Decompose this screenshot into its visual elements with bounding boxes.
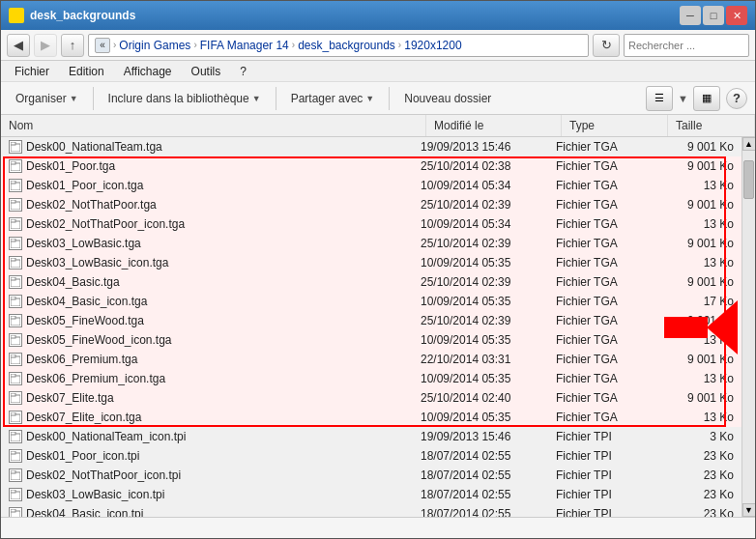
breadcrumb-origin-games[interactable]: Origin Games bbox=[119, 39, 190, 52]
back-button[interactable]: ◀ bbox=[7, 34, 30, 57]
file-name-cell: Desk02_NotThatPoor_icon.tpi bbox=[1, 468, 413, 483]
help-button[interactable]: ? bbox=[726, 88, 747, 109]
table-row[interactable]: Desk02_NotThatPoor_icon.tga10/09/2014 05… bbox=[1, 214, 741, 234]
minimize-button[interactable]: ─ bbox=[680, 6, 701, 25]
file-size-cell: 9 001 Ko bbox=[654, 158, 741, 174]
svg-rect-15 bbox=[11, 258, 15, 261]
table-row[interactable]: Desk04_Basic_icon.tpi18/07/2014 02:55Fic… bbox=[1, 504, 741, 517]
file-modified-cell: 19/09/2013 15:46 bbox=[413, 139, 548, 155]
col-header-type[interactable]: Type bbox=[562, 115, 668, 136]
file-name-cell: Desk02_NotThatPoor.tga bbox=[1, 197, 413, 213]
file-size-cell: 23 Ko bbox=[654, 448, 741, 464]
file-modified-cell: 22/10/2014 03:31 bbox=[413, 352, 548, 367]
file-icon bbox=[9, 159, 22, 173]
file-name-cell: Desk03_LowBasic_icon.tpi bbox=[1, 487, 413, 502]
file-icon bbox=[9, 256, 22, 270]
file-icon bbox=[9, 275, 22, 289]
view-list-button[interactable]: ☰ bbox=[646, 86, 673, 111]
file-type-cell: Fichier TGA bbox=[548, 332, 654, 348]
file-size-cell: 23 Ko bbox=[654, 468, 741, 483]
file-size-cell: 23 Ko bbox=[654, 487, 741, 502]
close-button[interactable]: ✕ bbox=[726, 6, 747, 25]
file-type-cell: Fichier TGA bbox=[548, 236, 654, 251]
svg-rect-0 bbox=[11, 14, 22, 20]
svg-rect-37 bbox=[11, 470, 15, 473]
table-row[interactable]: Desk03_LowBasic_icon.tpi18/07/2014 02:55… bbox=[1, 485, 741, 504]
table-row[interactable]: Desk00_NationalTeam.tga19/09/2013 15:46F… bbox=[1, 137, 741, 156]
organize-button[interactable]: Organiser ▼ bbox=[9, 86, 85, 111]
table-row[interactable]: Desk02_NotThatPoor_icon.tpi18/07/2014 02… bbox=[1, 466, 741, 485]
file-name-cell: Desk06_Premium_icon.tga bbox=[1, 371, 413, 386]
file-type-cell: Fichier TPI bbox=[548, 448, 654, 464]
forward-button[interactable]: ▶ bbox=[34, 34, 57, 57]
table-row[interactable]: Desk07_Elite_icon.tga10/09/2014 05:35Fic… bbox=[1, 408, 741, 427]
table-row[interactable]: Desk02_NotThatPoor.tga25/10/2014 02:39Fi… bbox=[1, 195, 741, 214]
file-modified-cell: 10/09/2014 05:35 bbox=[413, 332, 548, 348]
scroll-down-arrow[interactable]: ▼ bbox=[742, 503, 756, 517]
search-input[interactable] bbox=[628, 40, 756, 51]
scroll-thumb[interactable] bbox=[743, 160, 754, 199]
breadcrumb-desk-backgrounds[interactable]: desk_backgrounds bbox=[298, 39, 395, 52]
table-row[interactable]: Desk01_Poor.tga25/10/2014 02:38Fichier T… bbox=[1, 156, 741, 176]
file-icon bbox=[9, 179, 22, 192]
svg-rect-25 bbox=[11, 355, 15, 357]
file-type-cell: Fichier TGA bbox=[548, 255, 654, 270]
file-name-cell: Desk01_Poor_icon.tpi bbox=[1, 448, 413, 464]
menu-edition[interactable]: Edition bbox=[61, 63, 112, 80]
col-header-modified[interactable]: Modifié le bbox=[426, 115, 562, 136]
refresh-button[interactable]: ↻ bbox=[593, 34, 620, 57]
svg-rect-11 bbox=[11, 219, 15, 222]
file-name-cell: Desk00_NationalTeam.tga bbox=[1, 139, 413, 155]
table-row[interactable]: Desk01_Poor_icon.tpi18/07/2014 02:55Fich… bbox=[1, 446, 741, 466]
file-modified-cell: 25/10/2014 02:39 bbox=[413, 274, 548, 290]
table-row[interactable]: Desk04_Basic.tga25/10/2014 02:39Fichier … bbox=[1, 272, 741, 292]
status-bar bbox=[1, 517, 755, 538]
table-row[interactable]: Desk03_LowBasic.tga25/10/2014 02:39Fichi… bbox=[1, 234, 741, 253]
new-folder-button[interactable]: Nouveau dossier bbox=[397, 86, 498, 111]
file-modified-cell: 18/07/2014 02:55 bbox=[413, 468, 548, 483]
table-row[interactable]: Desk04_Basic_icon.tga10/09/2014 05:35Fic… bbox=[1, 292, 741, 311]
scroll-up-arrow[interactable]: ▲ bbox=[742, 137, 756, 151]
share-button[interactable]: Partager avec ▼ bbox=[284, 86, 382, 111]
table-row[interactable]: Desk05_FineWood_icon.tga10/09/2014 05:35… bbox=[1, 330, 741, 350]
file-type-cell: Fichier TGA bbox=[548, 294, 654, 309]
file-size-cell: 9 001 Ko bbox=[654, 313, 741, 328]
file-icon bbox=[9, 468, 22, 482]
view-details-button[interactable]: ▦ bbox=[693, 86, 720, 111]
menu-affichage[interactable]: Affichage bbox=[116, 63, 180, 80]
breadcrumb-dropdown[interactable]: « bbox=[95, 38, 110, 53]
table-row[interactable]: Desk07_Elite.tga25/10/2014 02:40Fichier … bbox=[1, 388, 741, 408]
table-row[interactable]: Desk03_LowBasic_icon.tga10/09/2014 05:35… bbox=[1, 253, 741, 272]
menu-help[interactable]: ? bbox=[232, 63, 254, 80]
col-header-name[interactable]: Nom bbox=[1, 115, 426, 136]
file-size-cell: 13 Ko bbox=[654, 332, 741, 348]
file-icon bbox=[9, 411, 22, 424]
file-list-container: Nom Modifié le Type Taille Desk00_Nation… bbox=[1, 115, 755, 517]
up-button[interactable]: ↑ bbox=[61, 34, 84, 57]
file-type-cell: Fichier TGA bbox=[548, 371, 654, 386]
col-header-size[interactable]: Taille bbox=[668, 115, 755, 136]
file-type-cell: Fichier TGA bbox=[548, 410, 654, 425]
table-row[interactable]: Desk00_NationalTeam_icon.tpi19/09/2013 1… bbox=[1, 427, 741, 446]
maximize-button[interactable]: □ bbox=[703, 6, 724, 25]
file-name-cell: Desk03_LowBasic.tga bbox=[1, 236, 413, 251]
include-library-button[interactable]: Inclure dans la bibliothèque ▼ bbox=[102, 86, 268, 111]
window: desk_backgrounds ─ □ ✕ ◀ ▶ ↑ « › Origin … bbox=[0, 0, 756, 539]
menu-fichier[interactable]: Fichier bbox=[7, 63, 57, 80]
file-name-cell: Desk01_Poor.tga bbox=[1, 158, 413, 174]
svg-rect-21 bbox=[11, 316, 15, 319]
breadcrumb-fifa-manager[interactable]: FIFA Manager 14 bbox=[200, 39, 289, 52]
toolbar: Organiser ▼ Inclure dans la bibliothèque… bbox=[1, 82, 755, 115]
menu-outils[interactable]: Outils bbox=[184, 63, 229, 80]
main-area: Nom Modifié le Type Taille Desk00_Nation… bbox=[1, 115, 755, 517]
table-row[interactable]: Desk06_Premium.tga22/10/2014 03:31Fichie… bbox=[1, 350, 741, 369]
scrollbar[interactable]: ▲ ▼ bbox=[741, 137, 755, 517]
breadcrumb-resolution[interactable]: 1920x1200 bbox=[404, 39, 461, 52]
table-row[interactable]: Desk06_Premium_icon.tga10/09/2014 05:35F… bbox=[1, 369, 741, 388]
scroll-track[interactable] bbox=[742, 151, 755, 503]
file-modified-cell: 25/10/2014 02:40 bbox=[413, 390, 548, 406]
file-size-cell: 13 Ko bbox=[654, 410, 741, 425]
table-row[interactable]: Desk01_Poor_icon.tga10/09/2014 05:34Fich… bbox=[1, 176, 741, 195]
file-size-cell: 13 Ko bbox=[654, 255, 741, 270]
table-row[interactable]: Desk05_FineWood.tga25/10/2014 02:39Fichi… bbox=[1, 311, 741, 330]
